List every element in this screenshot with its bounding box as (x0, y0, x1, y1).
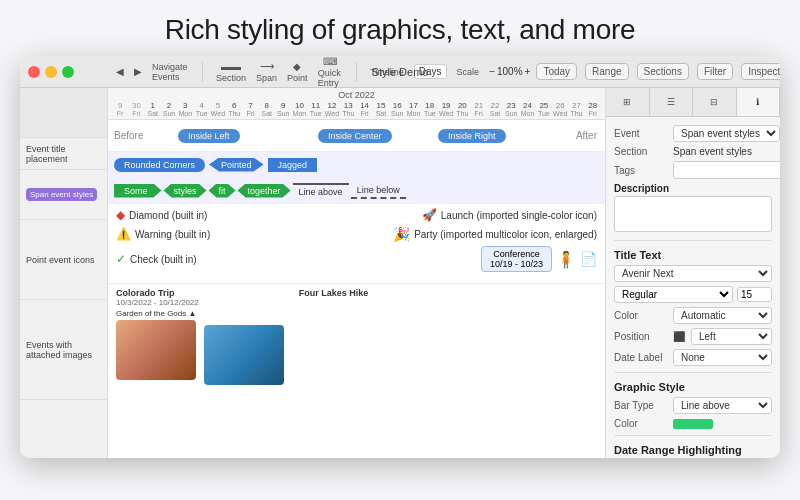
bar-type-select[interactable]: Line above (673, 397, 772, 414)
title-text-header: Title Text (614, 249, 772, 261)
tab-sections[interactable]: ☰ (650, 88, 694, 116)
date-cell: 8 (259, 101, 275, 110)
line-below-event[interactable]: Line below (351, 183, 406, 199)
lake-image (204, 325, 284, 385)
separator1 (202, 62, 203, 82)
close-button[interactable] (28, 66, 40, 78)
description-textarea[interactable] (614, 196, 772, 232)
diamond-row: ◆ Diamond (built in) 🚀 Launch (imported … (116, 208, 597, 222)
font-style-select[interactable]: Regular (614, 286, 733, 303)
divider3 (614, 435, 772, 436)
date-cell: 15 (373, 101, 389, 110)
font-family-select[interactable]: Avenir Next (614, 265, 772, 282)
zoom-in-icon[interactable]: + (525, 66, 531, 77)
together-event[interactable]: together (238, 184, 291, 198)
today-button[interactable]: Today (536, 63, 577, 80)
timeline-area: Oct 2022 9 30 1 2 3 4 5 6 7 8 9 10 11 12 (108, 88, 605, 458)
event-type-label: Event (614, 128, 669, 139)
zoom-out-icon[interactable]: − (489, 66, 495, 77)
styles-event[interactable]: styles (164, 184, 207, 198)
fullscreen-button[interactable] (62, 66, 74, 78)
day-cell: Thu (340, 110, 356, 117)
trip-headers: Colorado Trip 10/3/2022 - 10/12/2022 Fou… (116, 288, 597, 307)
sections-icon: ☰ (667, 97, 675, 107)
month-row: Oct 2022 (112, 90, 601, 100)
inspector-event-row: Event Span event styles (614, 125, 772, 142)
date-cell: 21 (471, 101, 487, 110)
pointed-event[interactable]: Pointed (209, 158, 264, 172)
day-cell: Sun (503, 110, 519, 117)
navigate-back-icon[interactable]: ◀ (116, 66, 124, 77)
sections-button[interactable]: Sections (637, 63, 689, 80)
jagged-event[interactable]: Jagged (268, 158, 318, 172)
window-title: Style Demo (372, 66, 429, 78)
date-cell: 17 (405, 101, 421, 110)
quick-entry-button[interactable]: ⌨ Quick Entry (318, 56, 342, 88)
date-label-select[interactable]: None (673, 349, 772, 366)
tab-inspector[interactable]: ℹ (737, 88, 781, 116)
conference-dates: 10/19 - 10/23 (490, 259, 543, 269)
position-select[interactable]: Left (691, 328, 772, 345)
warning-label: Warning (built in) (135, 229, 210, 240)
scale-label: Scale (457, 67, 480, 77)
date-cell: 6 (226, 101, 242, 110)
bar-color-swatch[interactable] (673, 419, 713, 429)
line-above-event[interactable]: Line above (293, 183, 349, 199)
event-title-label: Event title placement (20, 138, 107, 170)
inspector-body: Event Span event styles Section Span eve… (606, 117, 780, 458)
font-family-row: Avenir Next (614, 265, 772, 282)
rounded-corners-event[interactable]: Rounded Corners (114, 158, 205, 172)
warning-icon: ⚠️ (116, 227, 131, 241)
day-cell: Tue (308, 110, 324, 117)
zoom-control[interactable]: − 100% + (489, 66, 530, 77)
fit-event[interactable]: fit (209, 184, 236, 198)
navigate-forward-icon[interactable]: ▶ (134, 66, 142, 77)
date-cell: 9 (275, 101, 291, 110)
diamond-label: Diamond (built in) (129, 210, 207, 221)
inside-left-event[interactable]: Inside Left (178, 129, 240, 143)
left-panel: Event title placement Span event styles … (20, 88, 108, 458)
navigate-events-button[interactable]: Navigate Events (152, 61, 188, 82)
range-highlight-header: Date Range Highlighting (614, 444, 772, 456)
span-button[interactable]: ⟶ Span (256, 61, 277, 83)
launch-label: Launch (imported single-color icon) (441, 210, 597, 221)
range-button[interactable]: Range (585, 63, 628, 80)
day-cell: Fri (356, 110, 372, 117)
conference-event[interactable]: Conference 10/19 - 10/23 (481, 246, 552, 272)
inspector-button[interactable]: Inspector (741, 63, 780, 80)
section-button[interactable]: ▬▬ Section (216, 61, 246, 83)
toolbar-left: ◀ ▶ Navigate Events ▬▬ Section ⟶ Span ◆ … (116, 56, 530, 88)
tags-input[interactable] (673, 161, 780, 179)
day-cell: Sun (389, 110, 405, 117)
point-icon: ◆ (293, 61, 301, 72)
bar-type-row: Bar Type Line above (614, 397, 772, 414)
inside-right-event[interactable]: Inside Right (438, 129, 506, 143)
span-label-text: Span event styles (26, 188, 97, 201)
day-cell: Tue (193, 110, 209, 117)
left-header (20, 88, 107, 138)
font-size-input[interactable] (737, 287, 772, 302)
images-section: Colorado Trip 10/3/2022 - 10/12/2022 Fou… (108, 284, 605, 384)
tab-range[interactable]: ⊞ (606, 88, 650, 116)
day-cell: Sat (487, 110, 503, 117)
some-event[interactable]: Some (114, 184, 162, 198)
divider1 (614, 240, 772, 241)
date-cell: 30 (128, 101, 144, 110)
inside-center-event[interactable]: Inside Center (318, 129, 392, 143)
date-cell: 19 (438, 101, 454, 110)
day-cell: Fri (585, 110, 601, 117)
day-cell: Sat (373, 110, 389, 117)
minimize-button[interactable] (45, 66, 57, 78)
tab-filter[interactable]: ⊟ (693, 88, 737, 116)
color-select[interactable]: Automatic (673, 307, 772, 324)
filter-button[interactable]: Filter (697, 63, 733, 80)
day-cell: Sun (161, 110, 177, 117)
section-icon: ▬▬ (221, 61, 241, 72)
scale-button[interactable]: Scale (457, 66, 480, 77)
titlebar: Style Demo ◀ ▶ Navigate Events ▬▬ Sectio… (20, 56, 780, 88)
date-cell: 4 (193, 101, 209, 110)
point-button[interactable]: ◆ Point (287, 61, 308, 83)
position-row: Position ⬛ Left (614, 328, 772, 345)
diamond-icon: ◆ (116, 208, 125, 222)
event-type-select[interactable]: Span event styles (673, 125, 780, 142)
